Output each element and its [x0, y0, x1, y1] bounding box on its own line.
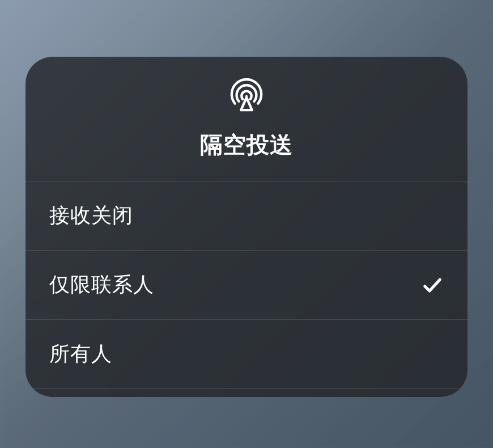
airdrop-panel: 隔空投送 接收关闭 仅限联系人 所有人 [26, 57, 468, 397]
option-everyone[interactable]: 所有人 [26, 320, 468, 389]
option-receiving-off[interactable]: 接收关闭 [26, 181, 468, 251]
airdrop-icon [229, 78, 264, 116]
option-label: 所有人 [49, 340, 112, 368]
panel-title: 隔空投送 [200, 129, 293, 160]
option-label: 仅限联系人 [49, 271, 154, 299]
panel-header: 隔空投送 [26, 57, 468, 181]
checkmark-icon [421, 274, 444, 297]
bottom-spacer [26, 389, 468, 397]
option-contacts-only[interactable]: 仅限联系人 [26, 251, 468, 320]
option-label: 接收关闭 [49, 202, 133, 230]
